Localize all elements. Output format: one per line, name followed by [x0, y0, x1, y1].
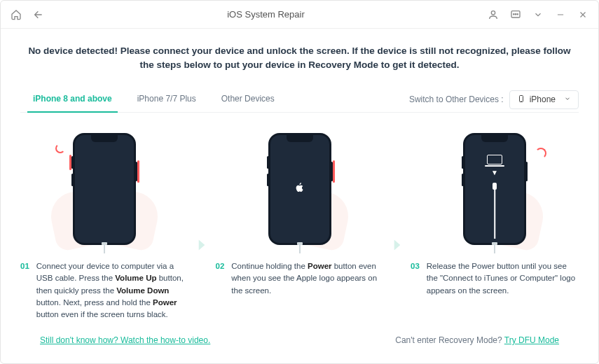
step-number: 02	[216, 260, 225, 297]
switch-label: Switch to Other Devices :	[409, 94, 504, 104]
footer-right: Can't enter Recovery Mode? Try DFU Mode	[395, 335, 559, 345]
chevron-down-icon	[564, 94, 571, 104]
arrow-right-icon	[388, 236, 406, 257]
step-3: ▼ 03 Release the Power button until you …	[411, 122, 579, 297]
step-body: Connect your device to computer via a US…	[36, 260, 188, 321]
window-title: iOS System Repair	[44, 9, 488, 20]
steps-row: 01 Connect your device to computer via a…	[20, 122, 579, 321]
tab-iphone7[interactable]: iPhone 7/7 Plus	[125, 87, 209, 112]
svg-point-2	[514, 13, 514, 14]
svg-point-4	[517, 13, 518, 14]
phone-icon	[517, 94, 525, 106]
tabs-row: iPhone 8 and above iPhone 7/7 Plus Other…	[20, 87, 579, 113]
svg-point-3	[515, 13, 516, 14]
step-1-illustration	[20, 122, 188, 245]
step-number: 03	[411, 260, 420, 297]
minimize-icon[interactable]	[555, 9, 566, 20]
home-icon[interactable]	[11, 9, 22, 20]
tab-iphone8[interactable]: iPhone 8 and above	[20, 87, 125, 112]
back-icon[interactable]	[33, 9, 44, 20]
alert-message: No device detected! Please connect your …	[20, 44, 579, 71]
svg-point-0	[491, 10, 495, 14]
user-icon[interactable]	[488, 9, 499, 20]
tab-label: iPhone 8 and above	[33, 94, 112, 104]
tab-label: Other Devices	[221, 94, 275, 104]
arrow-right-icon	[193, 236, 211, 257]
apple-logo-icon	[294, 181, 305, 197]
step-3-illustration: ▼	[411, 122, 579, 245]
titlebar: iOS System Repair	[1, 1, 598, 29]
step-2-illustration	[216, 122, 384, 245]
step-number: 01	[20, 260, 29, 321]
step-body: Continue holding the Power button even w…	[231, 260, 383, 297]
feedback-icon[interactable]	[510, 9, 521, 20]
dfu-mode-link[interactable]: Try DFU Mode	[504, 335, 559, 345]
device-select-value: iPhone	[530, 94, 556, 104]
close-icon[interactable]	[577, 9, 588, 20]
device-select[interactable]: iPhone	[509, 90, 579, 109]
howto-video-link[interactable]: Still don't know how? Watch the how-to v…	[40, 335, 210, 345]
step-1: 01 Connect your device to computer via a…	[20, 122, 188, 321]
tab-other[interactable]: Other Devices	[209, 87, 287, 112]
footer: Still don't know how? Watch the how-to v…	[20, 326, 579, 355]
step-2: 02 Continue holding the Power button eve…	[216, 122, 384, 297]
connect-computer-icon	[487, 155, 502, 164]
step-body: Release the Power button until you see t…	[427, 260, 579, 297]
main-content: No device detected! Please connect your …	[1, 29, 598, 363]
switch-device-group: Switch to Other Devices : iPhone	[409, 90, 579, 109]
tab-label: iPhone 7/7 Plus	[137, 94, 196, 104]
chevron-down-icon[interactable]	[532, 9, 544, 20]
